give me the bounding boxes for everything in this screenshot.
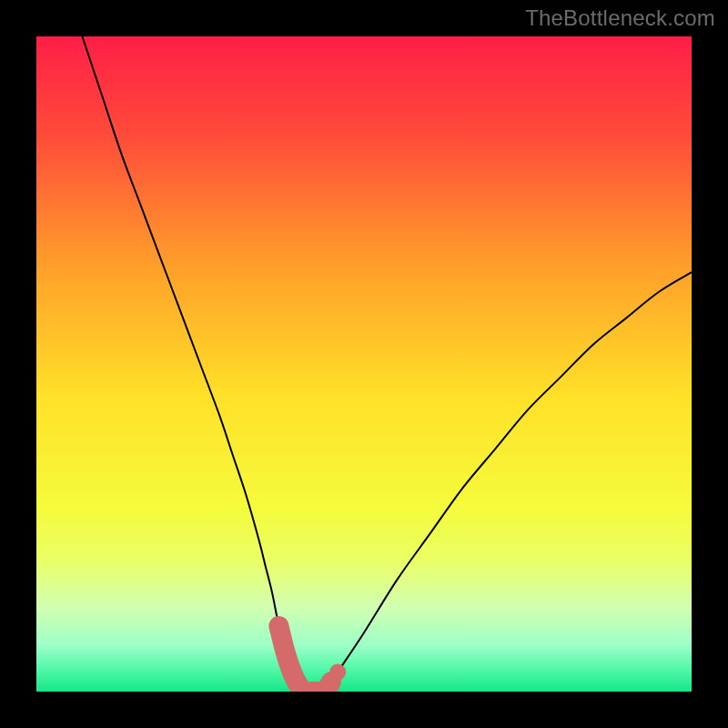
bottom-highlight-dot bbox=[329, 663, 346, 680]
bottleneck-chart bbox=[36, 36, 692, 692]
chart-background bbox=[36, 36, 692, 692]
watermark-text: TheBottleneck.com bbox=[525, 5, 715, 31]
chart-frame: TheBottleneck.com bbox=[0, 0, 728, 728]
